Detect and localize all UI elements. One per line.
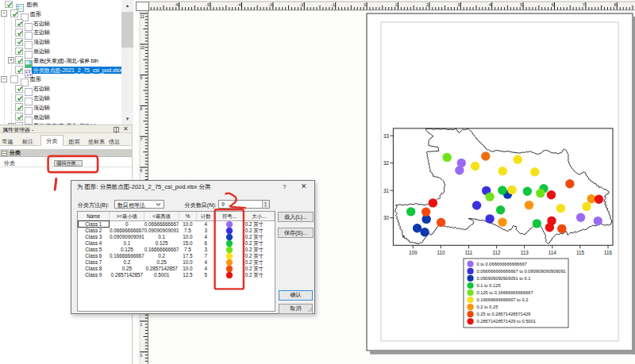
svg-text:0 to 0.066666666666667: 0 to 0.066666666666667 [477, 262, 527, 266]
svg-text:115: 115 [576, 250, 585, 255]
svg-text:5: 5 [520, 2, 522, 7]
svg-text:0.2 to 0.25: 0.2 to 0.25 [477, 305, 498, 309]
svg-text:30: 30 [383, 215, 390, 220]
svg-text:1: 1 [140, 322, 143, 327]
svg-text:114: 114 [548, 250, 557, 255]
svg-text:0.125 to 0.16666666666667: 0.125 to 0.16666666666667 [477, 290, 533, 295]
svg-text:-2: -2 [300, 2, 304, 7]
svg-text:116: 116 [604, 250, 613, 255]
svg-text:2: 2 [426, 2, 429, 7]
svg-text:0: 0 [140, 353, 143, 358]
svg-text:7: 7 [583, 2, 585, 7]
svg-text:0.1 to 0.125: 0.1 to 0.125 [477, 283, 501, 288]
svg-text:7: 7 [140, 137, 143, 142]
svg-text:111: 111 [465, 250, 473, 255]
svg-text:8: 8 [614, 2, 617, 7]
svg-text:0.066666666666667 to 0.0909090: 0.066666666666667 to 0.090909090909091 [477, 269, 566, 274]
svg-text:0.090909090909091 to 0.1: 0.090909090909091 to 0.1 [477, 276, 531, 281]
svg-text:10: 10 [140, 45, 145, 50]
svg-text:-1: -1 [331, 2, 335, 7]
svg-text:0.25 to 0.28571428571429: 0.25 to 0.28571428571429 [477, 312, 531, 316]
svg-text:110: 110 [437, 250, 445, 255]
svg-text:33: 33 [383, 133, 390, 139]
svg-text:31: 31 [383, 188, 390, 193]
svg-text:0.28571428571429 to 0.5001: 0.28571428571429 to 0.5001 [477, 319, 536, 324]
svg-text:8: 8 [140, 106, 143, 111]
svg-text:-4: -4 [237, 2, 241, 7]
svg-text:109: 109 [409, 250, 418, 255]
svg-text:-6: -6 [175, 2, 179, 7]
svg-text:3: 3 [458, 2, 460, 7]
svg-text:113: 113 [521, 250, 529, 255]
svg-text:6: 6 [140, 168, 143, 173]
svg-text:-5: -5 [206, 2, 210, 7]
svg-text:112: 112 [493, 250, 502, 255]
svg-text:4: 4 [489, 2, 491, 7]
svg-text:1: 1 [395, 2, 398, 7]
svg-text:6: 6 [552, 2, 554, 7]
svg-text:-3: -3 [268, 2, 272, 7]
svg-text:0.16666666666667 to 0.2: 0.16666666666667 to 0.2 [477, 297, 529, 302]
svg-text:0: 0 [364, 2, 366, 7]
svg-text:11: 11 [140, 14, 144, 19]
svg-text:9: 9 [140, 75, 143, 80]
svg-text:32: 32 [383, 160, 390, 166]
